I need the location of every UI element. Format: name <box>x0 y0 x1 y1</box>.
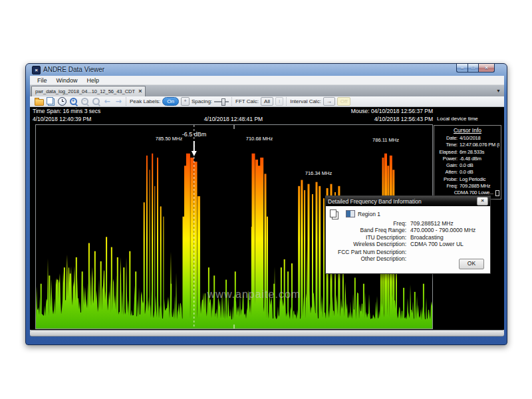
region-icon <box>346 210 355 217</box>
ci-gain-label: Gain: <box>436 162 458 169</box>
ci-date-label: Date: <box>436 135 458 142</box>
freq-value: 709.288512 MHz <box>410 220 490 227</box>
window-title: ANDRE Data Viewer <box>43 66 104 73</box>
ci-freq-label: Freq: <box>436 183 458 190</box>
forward-arrow-icon: → <box>115 98 121 105</box>
ci-time-value: 12:47:08.076 PM (Local) <box>460 142 499 148</box>
tab-overflow-button[interactable]: ▾ <box>495 88 502 94</box>
toolbar-group-interval: Interval Calc: → Off <box>286 97 350 106</box>
ci-date-value: 4/10/2018 <box>460 135 499 142</box>
dialog-body: Region 1 Freq:709.288512 MHz Band Freq R… <box>326 206 490 273</box>
tab-bar: pwr_data_log_2018_04...10_12_56_43_CDT ×… <box>30 85 504 96</box>
ci-probe-value: Log Periodic <box>460 176 499 183</box>
timeline-end-label: 4/10/2018 12:56:43 PM <box>229 116 433 122</box>
minimize-button[interactable]: – <box>456 64 467 72</box>
tab-label: pwr_data_log_2018_04...10_12_56_43_CDT <box>35 88 135 94</box>
cursor-info-panel: Cursor Info Date:4/10/2018 Time:12:47:08… <box>434 125 501 200</box>
peak-labels-toggle[interactable]: On <box>162 97 179 106</box>
fft-calc-label: FFT Calc: <box>235 98 259 104</box>
peak-labels-alt-button[interactable]: + <box>181 97 190 106</box>
peak-label-786: 786.11 MHz <box>372 137 399 143</box>
zoom-out-icon: − <box>81 98 88 105</box>
spacing-slider[interactable] <box>214 98 229 105</box>
toolbar: + − ← → Peak Labels: On + Spacing: FFT C… <box>30 96 504 107</box>
frequency-band-dialog: Detailed Frequency Band Information × Re… <box>325 196 491 274</box>
menu-help[interactable]: Help <box>82 77 104 84</box>
band-range-label: Band Freq Range: <box>326 227 406 233</box>
back-button[interactable]: ← <box>102 97 112 106</box>
zoom-fit-button[interactable] <box>91 97 100 106</box>
copy-icon <box>47 97 53 104</box>
menu-window[interactable]: Window <box>52 77 82 84</box>
slider-thumb[interactable] <box>221 98 225 106</box>
itu-value: Broadcasting <box>410 234 490 241</box>
interval-arrow-button[interactable]: → <box>323 97 335 106</box>
open-folder-icon <box>35 99 44 106</box>
wireless-label: Wireless Description: <box>326 241 406 247</box>
dialog-close-button[interactable]: × <box>477 197 488 205</box>
copy-button[interactable] <box>46 97 55 106</box>
region-row: Region 1 <box>346 210 380 217</box>
peak-labels-label: Peak Labels: <box>130 98 160 104</box>
title-bar[interactable]: × ANDRE Data Viewer – □ × <box>26 64 507 76</box>
zoom-fit-icon <box>92 98 100 105</box>
forward-button[interactable]: → <box>114 97 123 106</box>
zoom-out-button[interactable]: − <box>80 97 89 106</box>
ci-atten-value: 0.0 dB <box>460 169 499 176</box>
ci-elapsed-value: 6m 28.533s <box>460 149 499 156</box>
interval-calc-label: Interval Calc: <box>290 98 321 104</box>
menu-file[interactable]: File <box>33 77 52 84</box>
fft-all-button[interactable]: All <box>261 97 273 106</box>
ci-atten-label: Atten: <box>436 169 458 176</box>
zoom-in-button[interactable]: + <box>68 97 78 106</box>
toolbar-group-peaks: Peak Labels: On + Spacing: <box>126 97 229 106</box>
copy-pages-icon[interactable] <box>330 209 336 217</box>
peak-label-710: 710.68 MHz <box>246 136 273 142</box>
back-arrow-icon: ← <box>104 98 110 105</box>
freq-label: Freq: <box>326 220 406 227</box>
band-more-icon[interactable] <box>495 190 499 196</box>
open-button[interactable] <box>35 97 44 106</box>
wireless-value: CDMA 700 Lower UL <box>410 241 490 247</box>
ci-power-label: Power: <box>436 156 458 162</box>
dialog-fields: Freq:709.288512 MHz Band Freq Range:470.… <box>326 220 490 263</box>
other-label: Other Description: <box>326 255 406 262</box>
ci-freq-value: 709.2885 MHz <box>460 183 499 190</box>
menu-bar: File Window Help <box>30 76 504 85</box>
app-icon: × <box>32 66 41 74</box>
ci-gain-value: 0.0 dB <box>460 162 499 169</box>
clock-icon <box>58 97 66 106</box>
dialog-title: Detailed Frequency Band Information <box>328 198 477 205</box>
zoom-in-icon: + <box>70 98 77 105</box>
region-label: Region 1 <box>358 211 380 217</box>
peak-label-716: 716.34 MHz <box>305 170 332 176</box>
toolbar-group-file: + − ← → <box>31 97 123 106</box>
fft-alt-button[interactable]: I <box>275 97 283 106</box>
close-button[interactable]: × <box>479 64 495 72</box>
band-range-value: 470.0000 - 790.0000 MHz <box>410 227 490 233</box>
mouse-time-readout: Mouse: 04/10/2018 12:56:37 PM <box>229 108 433 114</box>
dialog-title-bar[interactable]: Detailed Frequency Band Information × <box>326 196 490 206</box>
horizontal-scrollbar[interactable] <box>30 330 504 336</box>
local-device-time-label: Local device time <box>437 116 502 122</box>
ci-probe-label: Probe: <box>436 176 458 183</box>
ci-power-value: -6.48 dBm <box>460 156 499 162</box>
watermark: www.anpaite.com <box>174 289 334 301</box>
maximize-button[interactable]: □ <box>467 64 479 72</box>
toolbar-group-fft: FFT Calc: All I <box>231 97 283 106</box>
interval-off-toggle[interactable]: Off <box>337 97 351 106</box>
ok-button[interactable]: OK <box>459 259 484 269</box>
fcc-value <box>410 249 490 255</box>
peak-label-785: 785.50 MHz <box>156 136 182 142</box>
cursor-info-title: Cursor Info <box>436 127 499 134</box>
cursor-power-label: -6.5 dBm <box>182 131 207 138</box>
ci-time-label: Time: <box>436 142 458 148</box>
itu-label: ITU Description: <box>326 234 406 241</box>
spacing-label: Spacing: <box>192 98 212 104</box>
time-button[interactable] <box>57 97 66 106</box>
tab-close-icon[interactable]: × <box>138 88 142 94</box>
ci-elapsed-label: Elapsed: <box>436 149 458 156</box>
time-span-readout: Time Span: 16 mins 3 secs <box>33 108 100 114</box>
fcc-label: FCC Part Num Description: <box>326 249 406 255</box>
tab-pwr-data-log[interactable]: pwr_data_log_2018_04...10_12_56_43_CDT × <box>31 86 146 96</box>
